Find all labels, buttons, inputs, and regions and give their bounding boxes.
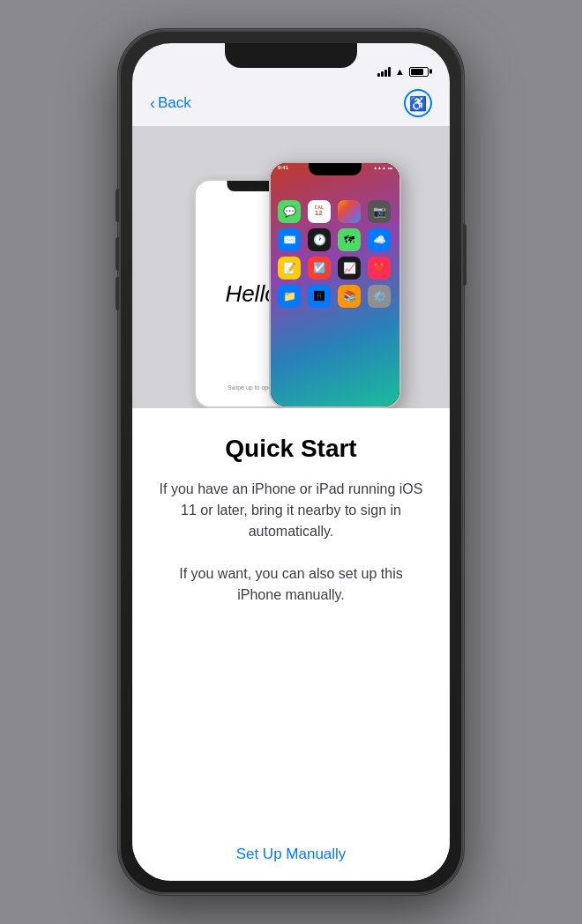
app-clock: 🕐 [308, 228, 331, 251]
description-1: If you have an iPhone or iPad running iO… [157, 479, 425, 542]
accessibility-icon: ♿ [409, 95, 427, 112]
app-reminders: ☑️ [308, 257, 331, 279]
app-maps: 🗺 [338, 228, 361, 251]
setup-manually-button[interactable]: Set Up Manually [157, 828, 425, 881]
app-grid: 💬 CAL12 📷 ✉️ 🕐 🗺 ☁️ 📝 ☑️ 📈 ❤️ [271, 193, 399, 315]
illustration-area: 9:41 Hello Swipe up to open 9:41 ▲▲▲ ▬ [132, 126, 450, 408]
home-phone-mockup: 9:41 ▲▲▲ ▬ 💬 CAL12 📷 ✉️ [269, 161, 401, 408]
home-notch [309, 163, 362, 175]
home-screen: 9:41 ▲▲▲ ▬ 💬 CAL12 📷 ✉️ [271, 163, 399, 406]
back-label: Back [158, 94, 191, 112]
nav-bar: ‹ Back ♿ [132, 82, 450, 126]
swipe-text: Swipe up to open [228, 384, 275, 391]
back-button[interactable]: ‹ Back [150, 94, 191, 112]
app-stocks: 📈 [338, 257, 361, 279]
phone-screen: ▲ ‹ Back ♿ 9:41 Hello Swipe up t [132, 43, 450, 881]
accessibility-button[interactable]: ♿ [404, 89, 432, 117]
app-files: 📁 [278, 285, 301, 308]
phone-frame: ▲ ‹ Back ♿ 9:41 Hello Swipe up t [119, 30, 463, 894]
chevron-left-icon: ‹ [150, 95, 155, 111]
app-calendar: CAL12 [308, 200, 331, 223]
app-mail: ✉️ [278, 228, 301, 251]
app-settings: ⚙️ [368, 285, 391, 308]
app-messages: 💬 [278, 200, 301, 223]
status-icons: ▲ [377, 66, 429, 77]
content-area: Quick Start If you have an iPhone or iPa… [132, 408, 450, 881]
home-time: 9:41 [278, 165, 288, 170]
app-health: ❤️ [368, 257, 391, 279]
description-2: If you want, you can also set up this iP… [157, 563, 425, 606]
app-camera: 📷 [368, 200, 391, 223]
home-status-icons: ▲▲▲ ▬ [373, 165, 392, 170]
app-notes: 📝 [278, 257, 301, 279]
battery-icon [409, 67, 429, 77]
app-books: 📚 [338, 285, 361, 308]
app-photos [338, 200, 361, 223]
wifi-icon: ▲ [395, 66, 405, 77]
app-icloud: ☁️ [368, 228, 391, 251]
quick-start-title: Quick Start [225, 435, 356, 463]
app-appstore: 🅰 [308, 285, 331, 308]
signal-icon [377, 67, 391, 77]
notch [225, 43, 357, 68]
